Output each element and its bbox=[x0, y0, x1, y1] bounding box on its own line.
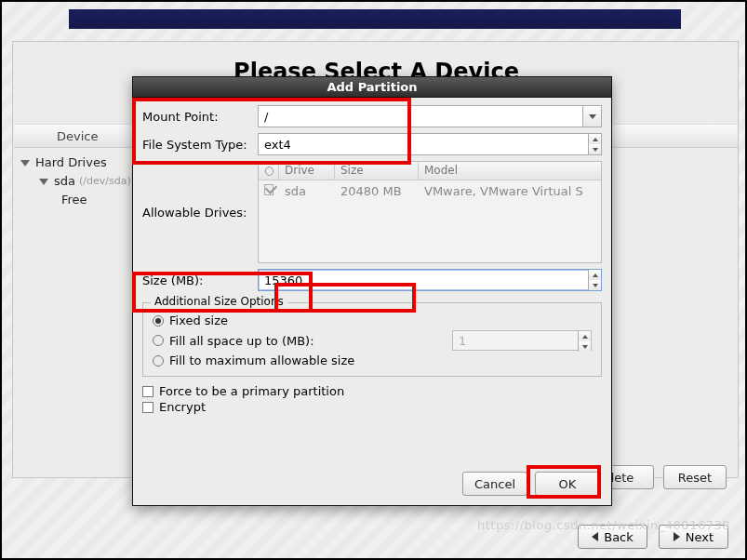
top-banner bbox=[69, 9, 681, 29]
tree-label-hard-drives: Hard Drives bbox=[35, 153, 107, 172]
tree-dev-path: (/dev/sda) bbox=[79, 172, 131, 191]
device-column-label: Device bbox=[57, 129, 98, 143]
opt-fill-up-to[interactable]: Fill all space up to (MB): 1 bbox=[153, 330, 592, 351]
triangle-down-icon bbox=[593, 148, 598, 152]
tree-hard-drives[interactable]: Hard Drives bbox=[20, 153, 131, 172]
force-primary-label: Force to be a primary partition bbox=[159, 384, 344, 398]
mount-point-value: / bbox=[264, 110, 268, 124]
fs-type-combo[interactable]: ext4 bbox=[258, 133, 602, 155]
opt-fixed-size[interactable]: Fixed size bbox=[153, 313, 592, 327]
mount-point-combo[interactable]: / bbox=[258, 105, 602, 127]
tree-label-free: Free bbox=[61, 191, 87, 209]
reset-button[interactable]: Reset bbox=[663, 465, 727, 489]
triangle-down-icon bbox=[582, 345, 588, 349]
delete-label: lete bbox=[611, 471, 634, 485]
fs-type-value: ext4 bbox=[264, 138, 291, 152]
reset-label: Reset bbox=[678, 471, 712, 485]
drive-model: VMware, VMware Virtual S bbox=[419, 184, 601, 198]
ok-label: OK bbox=[559, 477, 577, 491]
triangle-up-icon bbox=[582, 335, 588, 339]
triangle-down-icon bbox=[593, 284, 598, 287]
fs-type-label: File System Type: bbox=[142, 138, 258, 152]
triangle-up-icon bbox=[593, 138, 598, 141]
checkbox-disabled-icon bbox=[264, 184, 273, 195]
radio-icon bbox=[153, 335, 164, 346]
dialog-title: Add Partition bbox=[133, 77, 611, 98]
expand-icon[interactable] bbox=[20, 160, 30, 167]
fill-up-value: 1 bbox=[459, 334, 466, 348]
triangle-up-icon bbox=[593, 273, 598, 277]
expand-icon[interactable] bbox=[39, 179, 48, 185]
arrow-left-icon bbox=[592, 532, 598, 541]
chevron-down-icon bbox=[589, 114, 596, 119]
col-model: Model bbox=[419, 162, 601, 180]
tree-label-sda: sda bbox=[54, 172, 75, 191]
col-size: Size bbox=[335, 162, 419, 180]
drive-table-header: ○ Drive Size Model bbox=[259, 162, 601, 180]
watermark: https://blog.csdn.net/weixin_40816738 bbox=[477, 518, 730, 532]
arrow-right-icon bbox=[674, 532, 680, 541]
window-frame: Please Select A Device Device Hard Drive… bbox=[0, 0, 747, 560]
drive-size: 20480 MB bbox=[335, 184, 419, 198]
size-spinner[interactable] bbox=[588, 270, 601, 290]
encrypt-check[interactable]: Encrypt bbox=[142, 400, 602, 414]
tree-sda[interactable]: sda (/dev/sda) bbox=[39, 172, 131, 191]
size-options-legend: Additional Size Options bbox=[151, 295, 287, 308]
cancel-label: Cancel bbox=[474, 477, 515, 491]
fill-up-value-input: 1 bbox=[452, 330, 592, 351]
drive-row-sda[interactable]: sda 20480 MB VMware, VMware Virtual S bbox=[259, 180, 601, 202]
checkbox-icon bbox=[142, 386, 153, 397]
opt-fill-up-label: Fill all space up to (MB): bbox=[169, 334, 314, 348]
allowable-drives-label: Allowable Drives: bbox=[142, 206, 258, 220]
size-options-fieldset: Additional Size Options Fixed size Fill … bbox=[142, 302, 602, 377]
size-value: 15360 bbox=[264, 273, 302, 287]
encrypt-label: Encrypt bbox=[159, 400, 206, 414]
combo-spinner[interactable] bbox=[588, 134, 601, 154]
col-check: ○ bbox=[259, 162, 279, 180]
size-label: Size (MB): bbox=[142, 273, 258, 287]
drive-name: sda bbox=[279, 184, 335, 198]
combo-arrow-button[interactable] bbox=[582, 106, 601, 127]
opt-fixed-label: Fixed size bbox=[169, 313, 228, 327]
fill-spinner-disabled bbox=[578, 331, 591, 352]
ok-button[interactable]: OK bbox=[535, 472, 600, 496]
col-drive: Drive bbox=[279, 162, 335, 180]
add-partition-dialog: Add Partition Mount Point: / File System… bbox=[132, 76, 612, 506]
radio-selected-icon bbox=[153, 315, 164, 327]
mount-point-label: Mount Point: bbox=[142, 110, 258, 124]
size-input[interactable]: 15360 bbox=[258, 269, 602, 291]
allowable-drives-table[interactable]: ○ Drive Size Model sda 20480 MB VMware, … bbox=[258, 161, 602, 263]
force-primary-check[interactable]: Force to be a primary partition bbox=[142, 384, 602, 398]
tree-free[interactable]: Free bbox=[61, 191, 131, 209]
opt-fill-max[interactable]: Fill to maximum allowable size bbox=[153, 353, 592, 367]
cancel-button[interactable]: Cancel bbox=[462, 472, 527, 496]
radio-icon bbox=[153, 355, 164, 367]
checkbox-icon bbox=[142, 402, 153, 413]
dialog-buttons: Cancel OK bbox=[462, 472, 600, 496]
opt-fill-max-label: Fill to maximum allowable size bbox=[169, 353, 354, 367]
device-tree[interactable]: Hard Drives sda (/dev/sda) Free bbox=[20, 153, 131, 209]
